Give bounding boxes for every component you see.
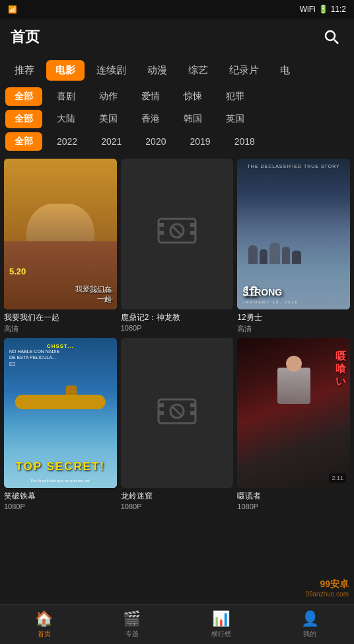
- movie-quality-6: 1080P: [237, 503, 350, 510]
- region-mainland-btn[interactable]: 大陆: [48, 110, 85, 128]
- movie-card-2[interactable]: 鹿鼎记2：神龙教 1080P: [121, 159, 234, 334]
- year-all-btn[interactable]: 全部: [5, 132, 42, 151]
- movie-card-4[interactable]: CHSST... NO HABLE CON NADIEDE ESTA PELIC…: [4, 338, 117, 511]
- region-korea-btn[interactable]: 韩国: [174, 110, 211, 128]
- movie-grid: 5.20 Love withyou 我爱我们在一起 我要我们在一起 高清: [0, 153, 354, 516]
- movie-quality-2: 1080P: [121, 324, 234, 332]
- featured-icon: 🎬: [123, 610, 141, 627]
- nav-ranking[interactable]: 📊 横行榜: [201, 608, 242, 641]
- film-placeholder-icon-2: [157, 215, 197, 253]
- movie-quality-1: 高清: [4, 324, 117, 334]
- home-icon: 🏠: [35, 610, 53, 627]
- svg-rect-3: [159, 223, 164, 227]
- watermark: 99安卓 99anzhuo.com: [305, 579, 349, 598]
- nav-ranking-label: 横行榜: [211, 629, 231, 639]
- nav-featured[interactable]: 🎬 专题: [112, 608, 151, 641]
- header: 首页: [0, 19, 354, 56]
- genre-all-btn[interactable]: 全部: [5, 87, 42, 106]
- nav-home-label: 首页: [38, 629, 51, 639]
- nav-featured-label: 专题: [125, 629, 139, 639]
- year-2019-btn[interactable]: 2019: [180, 133, 219, 150]
- film-placeholder-icon-5: [157, 395, 197, 430]
- movie-poster-5: [121, 338, 234, 489]
- ranking-icon: 📊: [212, 610, 230, 627]
- movie-card-6[interactable]: 嗫喰い 2:11 嗫谎者 1080P: [237, 338, 350, 511]
- time-display: 11:2: [331, 5, 346, 14]
- tab-documentary[interactable]: 纪录片: [220, 60, 268, 81]
- svg-rect-11: [159, 411, 164, 415]
- svg-rect-12: [190, 403, 195, 407]
- movie-card-5[interactable]: 龙岭迷窟 1080P: [121, 338, 234, 511]
- movie-poster-4: CHSST... NO HABLE CON NADIEDE ESTA PELIC…: [4, 338, 117, 489]
- region-usa-btn[interactable]: 美国: [90, 110, 127, 128]
- region-hk-btn[interactable]: 香港: [132, 110, 169, 128]
- svg-rect-13: [190, 411, 195, 415]
- genre-action-btn[interactable]: 动作: [90, 87, 127, 106]
- nav-home[interactable]: 🏠 首页: [24, 608, 63, 641]
- movie-card-1[interactable]: 5.20 Love withyou 我爱我们在一起 我要我们在一起 高清: [4, 159, 117, 334]
- battery-icon: 🔋: [318, 5, 328, 14]
- svg-line-15: [172, 407, 182, 416]
- tabs-row: 推荐 电影 连续剧 动漫 综艺 纪录片 电: [0, 56, 354, 85]
- year-2021-btn[interactable]: 2021: [92, 133, 131, 150]
- svg-rect-6: [190, 231, 195, 235]
- tab-movie[interactable]: 电影: [46, 60, 85, 81]
- movie-title-2: 鹿鼎记2：神龙教: [121, 312, 234, 323]
- region-uk-btn[interactable]: 英国: [217, 110, 254, 128]
- nav-profile-label: 我的: [303, 629, 316, 639]
- page-title: 首页: [11, 27, 40, 47]
- movie-title-3: 12勇士: [237, 312, 350, 323]
- signal-icon: 📶: [8, 5, 17, 14]
- bottom-nav: 🏠 首页 🎬 专题 📊 横行榜 👤 我的: [0, 604, 354, 644]
- region-all-btn[interactable]: 全部: [5, 110, 42, 128]
- svg-rect-5: [190, 223, 195, 227]
- year-2022-btn[interactable]: 2022: [48, 133, 87, 150]
- year-2020-btn[interactable]: 2020: [136, 133, 175, 150]
- tab-series[interactable]: 连续剧: [87, 60, 135, 81]
- movie-poster-2: [121, 159, 234, 309]
- movie-title-6: 嗫谎者: [237, 491, 350, 502]
- movie-quality-4: 1080P: [4, 503, 117, 510]
- movie-title-5: 龙岭迷窟: [121, 491, 234, 502]
- movie-poster-3: THE DECLASSIFIED TRUE STORY 12 STRONG JA…: [237, 159, 350, 309]
- genre-romance-btn[interactable]: 爱情: [132, 87, 169, 106]
- tab-more[interactable]: 电: [271, 60, 299, 81]
- movie-poster-1: 5.20 Love withyou 我爱我们在一起: [4, 159, 117, 309]
- status-left: 📶: [8, 5, 17, 14]
- genre-crime-btn[interactable]: 犯罪: [217, 87, 254, 106]
- movie-poster-6: 嗫喰い 2:11: [237, 338, 350, 489]
- svg-rect-4: [159, 231, 164, 235]
- svg-rect-10: [159, 403, 164, 407]
- wifi-icon: WiFi: [300, 5, 316, 14]
- region-filter-row: 全部 大陆 美国 香港 韩国 英国: [5, 110, 349, 128]
- profile-icon: 👤: [301, 610, 319, 627]
- tab-recommend[interactable]: 推荐: [5, 60, 44, 81]
- tab-anime[interactable]: 动漫: [138, 60, 176, 81]
- movie-title-4: 笑破铁幕: [4, 491, 117, 502]
- movie-title-1: 我要我们在一起: [4, 312, 117, 323]
- svg-point-0: [326, 31, 335, 40]
- status-bar: 📶 WiFi 🔋 11:2: [0, 0, 354, 19]
- movie-quality-3: 高清: [237, 324, 350, 334]
- year-filter-row: 全部 2022 2021 2020 2019 2018: [5, 132, 349, 151]
- movie-card-3[interactable]: THE DECLASSIFIED TRUE STORY 12 STRONG JA…: [237, 159, 350, 334]
- filter-section: 全部 喜剧 动作 爱情 惊悚 犯罪 全部 大陆 美国 香港 韩国 英国 全部 2…: [0, 85, 354, 153]
- status-right: WiFi 🔋 11:2: [300, 5, 346, 14]
- svg-line-1: [334, 40, 338, 44]
- tab-variety[interactable]: 综艺: [179, 60, 217, 81]
- genre-filter-row: 全部 喜剧 动作 爱情 惊悚 犯罪: [5, 87, 349, 106]
- nav-profile[interactable]: 👤 我的: [291, 608, 330, 641]
- genre-thriller-btn[interactable]: 惊悚: [174, 87, 211, 106]
- search-button[interactable]: [320, 25, 343, 49]
- search-icon: [324, 29, 339, 45]
- movie-quality-5: 1080P: [121, 503, 234, 510]
- year-2018-btn[interactable]: 2018: [225, 133, 264, 150]
- svg-line-8: [172, 226, 182, 235]
- genre-comedy-btn[interactable]: 喜剧: [48, 87, 85, 106]
